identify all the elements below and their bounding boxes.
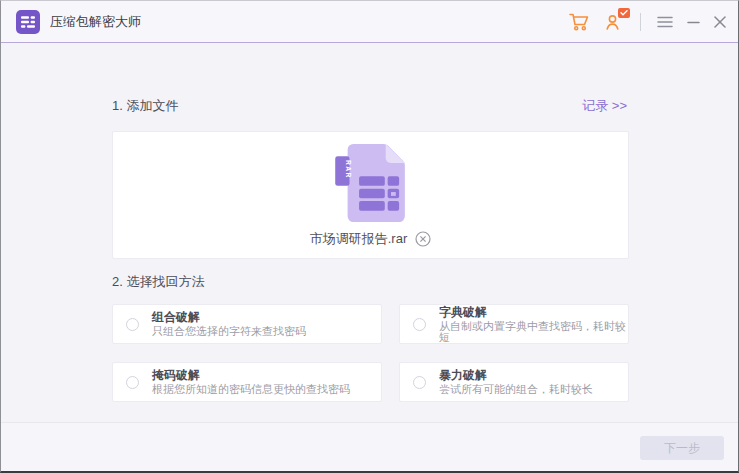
method-label: 2. 选择找回方法 xyxy=(112,273,204,291)
radio-icon[interactable] xyxy=(413,318,426,331)
close-icon[interactable] xyxy=(714,16,726,28)
option-desc: 尝试所有可能的组合，耗时较长 xyxy=(439,384,593,395)
option-dictionary-crack[interactable]: 字典破解 从自制或内置字典中查找密码，耗时较短 xyxy=(399,304,629,344)
hamburger-menu-icon[interactable] xyxy=(657,16,673,28)
option-title: 组合破解 xyxy=(152,311,306,323)
vip-badge-icon xyxy=(618,8,630,18)
method-header: 2. 选择找回方法 xyxy=(112,273,627,291)
option-desc: 根据您所知道的密码信息更快的查找密码 xyxy=(152,384,350,395)
option-desc: 只组合您选择的字符来查找密码 xyxy=(152,326,306,337)
titlebar-separator xyxy=(640,13,641,31)
option-desc: 从自制或内置字典中查找密码，耗时较短 xyxy=(439,321,628,343)
file-type-badge: RAR xyxy=(345,160,352,179)
file-name: 市场调研报告.rar xyxy=(310,230,408,248)
add-file-label: 1. 添加文件 xyxy=(112,97,178,115)
radio-icon[interactable] xyxy=(126,318,139,331)
shopping-cart-icon[interactable] xyxy=(568,12,590,32)
option-mask-crack[interactable]: 掩码破解 根据您所知道的密码信息更快的查找密码 xyxy=(112,362,382,402)
option-combination-crack[interactable]: 组合破解 只组合您选择的字符来查找密码 xyxy=(112,304,382,344)
radio-icon[interactable] xyxy=(413,376,426,389)
option-title: 掩码破解 xyxy=(152,369,350,381)
add-file-header: 1. 添加文件 记录 >> xyxy=(112,97,627,115)
option-title: 暴力破解 xyxy=(439,369,593,381)
titlebar: 压缩包解密大师 xyxy=(1,1,738,43)
footer-bar: 下一步 xyxy=(1,422,738,471)
titlebar-actions xyxy=(568,12,726,32)
radio-icon[interactable] xyxy=(126,376,139,389)
option-bruteforce-crack[interactable]: 暴力破解 尝试所有可能的组合，耗时较长 xyxy=(399,362,629,402)
records-link[interactable]: 记录 >> xyxy=(582,97,627,115)
app-title: 压缩包解密大师 xyxy=(50,13,141,31)
next-button[interactable]: 下一步 xyxy=(640,436,724,460)
app-window: 压缩包解密大师 xyxy=(0,0,739,473)
file-drop-area[interactable]: RAR 市场调研报告.rar xyxy=(112,131,629,259)
minimize-icon[interactable] xyxy=(687,16,700,28)
app-logo-icon xyxy=(16,10,40,34)
rar-file-icon: RAR xyxy=(334,142,407,228)
option-title: 字典破解 xyxy=(439,306,628,318)
remove-file-icon[interactable] xyxy=(415,231,431,247)
user-account-icon[interactable] xyxy=(604,12,624,32)
selected-file-row: 市场调研报告.rar xyxy=(310,230,432,248)
method-options: 组合破解 只组合您选择的字符来查找密码 字典破解 从自制或内置字典中查找密码，耗… xyxy=(112,304,629,402)
